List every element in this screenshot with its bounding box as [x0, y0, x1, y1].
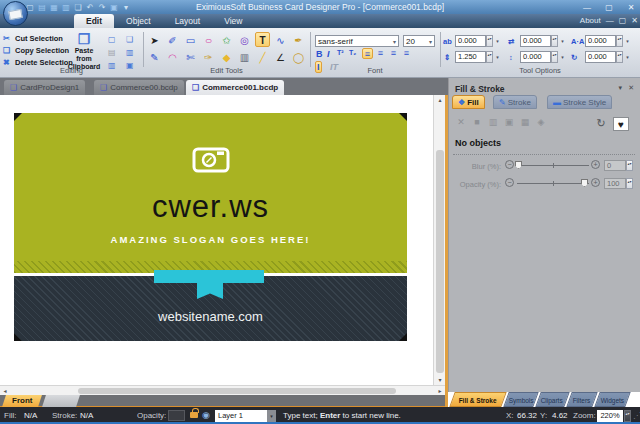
close-button[interactable]: ✕ [624, 3, 638, 12]
blur-minus-button[interactable]: − [505, 160, 514, 169]
line-spacing-field[interactable]: 1.250 [455, 51, 486, 63]
window-icon[interactable]: ❏ [74, 3, 82, 12]
eraser-tool[interactable]: ◆ [219, 50, 234, 65]
bottom-tab-fill-stroke[interactable]: Fill & Stroke [449, 392, 506, 407]
bottom-tab-filters[interactable]: Filters [566, 392, 597, 407]
fill-tab[interactable]: ❖ Fill [452, 95, 485, 109]
word-spacing-field[interactable]: 0.000 [520, 35, 551, 47]
lock-icon[interactable] [190, 412, 198, 418]
opacity-input[interactable] [168, 410, 185, 421]
about-button[interactable]: About [580, 16, 601, 25]
align-left-button[interactable]: ≡ [362, 48, 373, 59]
doctab-commerce00[interactable]: ❑ Commerce00.bcdp [94, 80, 184, 95]
italic-button[interactable]: I [327, 49, 330, 59]
superscript-button[interactable]: T² [337, 49, 344, 56]
letter-spacing-field[interactable]: 0.000 [455, 35, 486, 47]
freehand-tool[interactable]: ✎ [147, 50, 162, 65]
vertical-scrollbar[interactable]: ▴ ▾ [433, 95, 445, 385]
kerning-field[interactable]: 0.000 [585, 35, 616, 47]
tab-view[interactable]: View [212, 14, 254, 28]
panel-close-icon[interactable]: ✕ [628, 84, 634, 92]
child-close-button[interactable]: ✕ [631, 16, 638, 25]
spinner[interactable]: ▴▾ [486, 51, 493, 63]
text-tool[interactable]: T [255, 32, 270, 47]
customize-toolbar-icon[interactable]: ▾ [122, 3, 130, 12]
copy-selection-button[interactable]: ❏ Copy Selection [3, 46, 69, 55]
measure-tool[interactable]: ╱ [255, 50, 270, 65]
bottom-tab-widgets[interactable]: Widgets [594, 392, 630, 407]
polygon-tool[interactable]: ∠ [273, 50, 288, 65]
undo-icon[interactable]: ↶ [86, 3, 94, 12]
texture-fill-icon[interactable]: ◈ [535, 117, 547, 127]
clipboard-option-icon-1[interactable]: ❏ [126, 35, 133, 44]
horizontal-scroll-thumb[interactable] [78, 388, 396, 394]
pen-tool[interactable]: ∿ [273, 33, 288, 48]
opacity-plus-button[interactable]: + [591, 178, 600, 187]
chevron-down-icon[interactable]: ▾ [267, 410, 276, 422]
circle-select-tool[interactable]: ◯ [291, 50, 306, 65]
minimize-button[interactable]: — [580, 3, 594, 12]
spinner[interactable]: ▴▾ [616, 35, 623, 47]
eyedropper-tool[interactable]: ✑ [201, 50, 216, 65]
horizontal-scrollbar[interactable]: ◂ ▸ [0, 385, 445, 395]
chevron-down-icon[interactable]: ▾ [494, 35, 501, 47]
card-website[interactable]: websitename.com [14, 309, 407, 324]
spinner[interactable]: ▴▾ [486, 35, 493, 47]
zoom-spinner[interactable]: ▴▾ [624, 410, 631, 422]
tab-edit[interactable]: Edit [74, 14, 114, 28]
paste-option-icon-1[interactable]: ▢ [108, 35, 116, 44]
calligraphy-tool[interactable]: ✒ [291, 33, 306, 48]
font-size-select[interactable]: 20▾ [403, 35, 435, 47]
layer-select[interactable]: Layer 1 [215, 410, 267, 422]
node-edit-tool[interactable]: ✐ [165, 33, 180, 48]
star-tool[interactable]: ✩ [219, 33, 234, 48]
cut-selection-button[interactable]: ✂ Cut Selection [3, 34, 63, 43]
knife-tool[interactable]: ✄ [183, 50, 198, 65]
card-company-name[interactable]: cwer.ws [14, 189, 407, 225]
tab-object[interactable]: Object [114, 14, 163, 28]
opacity-value-field[interactable]: 100 [604, 178, 626, 189]
rotation-field[interactable]: 0.000 [585, 51, 616, 63]
spinner[interactable]: ▴▾ [551, 51, 558, 63]
chevron-down-icon[interactable]: ▾ [624, 51, 631, 63]
opacity-slider-thumb[interactable] [581, 179, 588, 187]
arc-tool[interactable]: ◠ [165, 50, 180, 65]
scroll-down-icon[interactable]: ▾ [435, 375, 445, 385]
spinner[interactable]: ▴▾ [616, 51, 623, 63]
spinner[interactable]: ▴▾ [551, 35, 558, 47]
spinner[interactable]: ▴▾ [626, 160, 633, 171]
linear-gradient-icon[interactable]: ▥ [487, 117, 499, 127]
print-icon[interactable]: ▣ [110, 3, 118, 12]
align-justify-button[interactable]: ≡ [401, 48, 412, 59]
chevron-down-icon[interactable]: ▾ [559, 35, 566, 47]
pattern-fill-icon[interactable]: ▦ [519, 117, 531, 127]
opacity-minus-button[interactable]: − [505, 178, 514, 187]
redo-icon[interactable]: ↷ [98, 3, 106, 12]
back-page-tab[interactable] [42, 395, 80, 407]
solid-fill-icon[interactable]: ■ [471, 117, 483, 127]
doctab-commerce001[interactable]: ❑ Commerce001.bcdp [186, 80, 284, 95]
scroll-up-icon[interactable]: ▴ [435, 95, 445, 105]
panel-collapse-icon[interactable]: ▾ [618, 84, 622, 92]
fill-shape-icon[interactable]: ♥ [613, 117, 629, 131]
blur-plus-button[interactable]: + [591, 160, 600, 169]
resize-grip[interactable]: ⋰ [633, 411, 640, 420]
align-center-button[interactable]: ≡ [375, 48, 386, 59]
save-all-icon[interactable]: ▥ [62, 3, 70, 12]
clipboard-option-icon-2[interactable]: ▥ [126, 48, 134, 57]
open-document-icon[interactable]: ▤ [38, 3, 46, 12]
chevron-down-icon[interactable]: ▾ [624, 35, 631, 47]
stroke-tab[interactable]: ✎ Stroke [493, 95, 537, 109]
rectangle-tool[interactable]: ▭ [183, 33, 198, 48]
paste-option-icon-2[interactable]: ▤ [108, 48, 116, 57]
blur-slider-thumb[interactable] [515, 161, 522, 169]
eye-icon[interactable]: ◉ [202, 410, 210, 420]
spinner[interactable]: ▴▾ [626, 178, 633, 189]
radial-gradient-icon[interactable]: ▣ [503, 117, 515, 127]
tab-layout[interactable]: Layout [163, 14, 213, 28]
select-tool[interactable]: ➤ [147, 33, 162, 48]
vertical-scroll-thumb[interactable] [436, 150, 444, 373]
swap-fill-icon[interactable]: ↻ [595, 117, 607, 130]
bottom-tab-symbols[interactable]: Symbols [503, 392, 538, 407]
child-minimize-button[interactable]: — [606, 16, 614, 25]
